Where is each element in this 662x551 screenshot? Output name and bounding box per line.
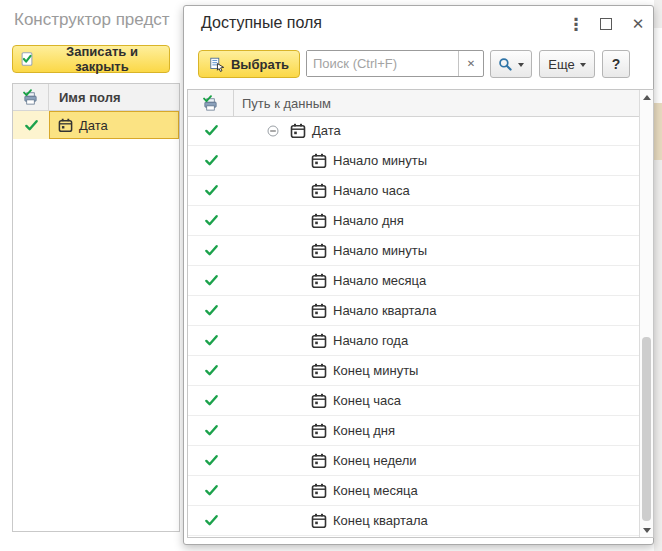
check-icon[interactable] — [188, 176, 234, 205]
collapse-icon[interactable] — [288, 485, 306, 497]
check-icon[interactable] — [13, 111, 49, 139]
list-header: Путь к данным — [188, 90, 653, 117]
search-input[interactable] — [307, 51, 458, 76]
check-icon[interactable] — [188, 446, 234, 475]
usage-column-icon — [13, 84, 49, 110]
selected-field-cell[interactable]: Дата — [49, 111, 179, 139]
calendar-icon — [311, 183, 328, 199]
field-name-label: Дата — [79, 118, 108, 133]
calendar-icon — [311, 483, 328, 499]
calendar-icon — [311, 153, 328, 169]
field-row[interactable]: Начало дня — [188, 206, 639, 236]
field-label: Конец недели — [333, 453, 417, 468]
check-icon[interactable] — [188, 326, 234, 355]
field-row[interactable]: Конец года — [188, 536, 639, 537]
check-icon[interactable] — [188, 116, 234, 145]
search-options-button[interactable] — [490, 50, 532, 78]
collapse-icon[interactable] — [288, 275, 306, 287]
check-icon[interactable] — [188, 386, 234, 415]
calendar-icon — [311, 513, 328, 529]
field-row[interactable]: Конец дня — [188, 416, 639, 446]
collapse-icon[interactable] — [288, 455, 306, 467]
collapse-icon[interactable] — [288, 155, 306, 167]
search-clear-icon[interactable]: ✕ — [458, 51, 483, 76]
calendar-icon — [311, 363, 328, 379]
field-label: Начало часа — [333, 183, 410, 198]
field-label: Конец квартала — [333, 513, 428, 528]
save-and-close-button[interactable]: Записать и закрыть — [12, 45, 170, 73]
calendar-icon — [311, 393, 328, 409]
search-box: ✕ — [306, 50, 484, 77]
check-icon[interactable] — [188, 236, 234, 265]
collapse-icon[interactable] — [288, 185, 306, 197]
table-row-data[interactable]: Дата — [13, 111, 179, 139]
field-row[interactable]: Начало минуты — [188, 146, 639, 176]
collapse-icon[interactable] — [288, 215, 306, 227]
usage-column-icon — [188, 90, 234, 116]
calendar-icon — [311, 243, 328, 259]
field-row[interactable]: Начало квартала — [188, 296, 639, 326]
collapse-icon[interactable] — [288, 425, 306, 437]
field-label: Начало квартала — [333, 303, 436, 318]
fields-table: Имя поля Дата — [12, 83, 180, 532]
check-icon[interactable] — [188, 536, 234, 537]
field-label: Начало года — [333, 333, 408, 348]
field-row[interactable]: Начало года — [188, 326, 639, 356]
chevron-down-icon — [580, 63, 586, 67]
collapse-icon[interactable] — [267, 125, 285, 137]
fields-table-header: Имя поля — [13, 84, 179, 111]
check-icon[interactable] — [188, 416, 234, 445]
field-label: Начало дня — [333, 213, 404, 228]
check-icon[interactable] — [188, 356, 234, 385]
field-label: Конец месяца — [333, 483, 418, 498]
dialog-toolbar: Выбрать ✕ Еще ? — [184, 50, 653, 78]
maximize-icon[interactable] — [596, 14, 616, 34]
collapse-icon[interactable] — [288, 305, 306, 317]
search-icon — [498, 57, 513, 72]
field-row[interactable]: Конец минуты — [188, 356, 639, 386]
check-icon[interactable] — [188, 296, 234, 325]
dialog-title: Доступные поля — [201, 14, 322, 32]
field-row[interactable]: Начало месяца — [188, 266, 639, 296]
field-row[interactable]: Конец недели — [188, 446, 639, 476]
collapse-icon[interactable] — [288, 245, 306, 257]
calendar-icon — [311, 213, 328, 229]
save-and-close-label: Записать и закрыть — [41, 44, 163, 74]
fields-list-body: Дата — [188, 116, 639, 537]
field-label: Дата — [312, 123, 341, 138]
field-row[interactable]: Конец месяца — [188, 476, 639, 506]
scroll-up-icon[interactable] — [640, 90, 653, 104]
calendar-icon — [311, 453, 328, 469]
vertical-scrollbar[interactable] — [639, 90, 653, 537]
select-docs-cursor-icon — [209, 56, 225, 72]
collapse-icon[interactable] — [288, 395, 306, 407]
field-row[interactable]: Начало минуты — [188, 236, 639, 266]
name-column-header[interactable]: Имя поля — [49, 90, 120, 105]
scroll-down-icon[interactable] — [640, 523, 653, 537]
collapse-icon[interactable] — [288, 335, 306, 347]
path-column-header[interactable]: Путь к данным — [234, 96, 331, 111]
check-icon[interactable] — [188, 146, 234, 175]
calendar-icon — [290, 123, 307, 139]
more-button[interactable]: Еще — [539, 50, 595, 78]
check-icon[interactable] — [188, 266, 234, 295]
field-label: Конец часа — [333, 393, 401, 408]
field-row[interactable]: Начало часа — [188, 176, 639, 206]
check-icon[interactable] — [188, 506, 234, 535]
collapse-icon[interactable] — [288, 515, 306, 527]
field-label: Начало минуты — [333, 243, 427, 258]
scrollbar-thumb[interactable] — [642, 337, 651, 521]
field-row[interactable]: Конец квартала — [188, 506, 639, 536]
window-menu-icon[interactable]: ⋮ — [566, 14, 586, 34]
close-icon[interactable]: ✕ — [628, 14, 648, 34]
check-icon[interactable] — [188, 476, 234, 505]
calendar-icon — [311, 303, 328, 319]
field-row[interactable]: Конец часа — [188, 386, 639, 416]
help-button[interactable]: ? — [602, 50, 630, 78]
available-fields-dialog: Доступные поля ⋮ ✕ Выбрать ✕ — [183, 5, 654, 545]
check-icon[interactable] — [188, 206, 234, 235]
select-button[interactable]: Выбрать — [198, 50, 300, 78]
constructor-window-title: Конструктор предст — [14, 10, 170, 30]
field-row[interactable]: Дата — [188, 116, 639, 146]
collapse-icon[interactable] — [288, 365, 306, 377]
